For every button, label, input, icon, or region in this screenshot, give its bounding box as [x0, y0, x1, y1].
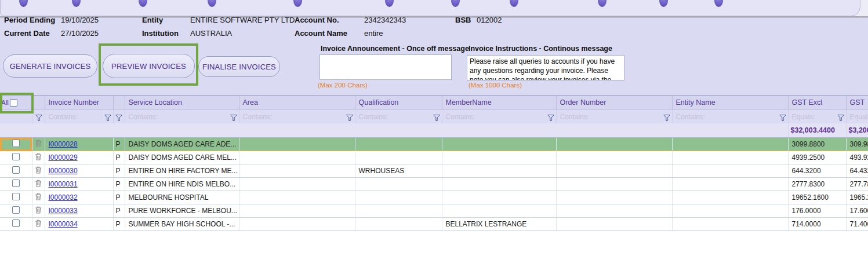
- trash-icon[interactable]: [35, 140, 42, 147]
- invoicing-window: Period Ending 19/10/2025 Current Date 27…: [0, 0, 868, 271]
- trash-icon[interactable]: [35, 166, 42, 174]
- row-select-cell: [0, 191, 32, 204]
- filter-funnel-icon[interactable]: [433, 115, 440, 121]
- row-checkbox[interactable]: [12, 193, 20, 200]
- row-checkbox[interactable]: [12, 219, 20, 227]
- table-row: I0000034 P SUMMER BAY HIGH SCHOOL -... B…: [0, 218, 868, 231]
- column-header-gst-excl[interactable]: GST Excl: [788, 96, 846, 110]
- invoice-number-cell: I0000028: [45, 138, 113, 151]
- institution-value: AUSTRALIA: [190, 29, 232, 38]
- filter-funnel-icon[interactable]: [115, 115, 122, 121]
- trash-icon[interactable]: [35, 206, 42, 214]
- current-date-label: Current Date: [4, 29, 50, 38]
- trash-icon[interactable]: [35, 153, 42, 160]
- column-header-area[interactable]: Area: [239, 96, 355, 110]
- column-header-invoice-number[interactable]: Invoice Number: [45, 96, 113, 110]
- row-checkbox[interactable]: [12, 166, 20, 174]
- column-header-type[interactable]: [113, 96, 125, 110]
- filter-placeholder[interactable]: Contains:: [442, 113, 475, 121]
- order-number-cell: [556, 204, 672, 218]
- totals-gst: $3,200.3440: [846, 123, 868, 138]
- filter-placeholder[interactable]: Contains:: [239, 113, 273, 121]
- totals-gst-excl: $32,003.4400: [788, 123, 846, 138]
- column-header-order-number[interactable]: Order Number: [556, 96, 672, 110]
- invoice-number-link[interactable]: I0000033: [49, 207, 78, 215]
- filter-cell[interactable]: [32, 110, 45, 123]
- filter-cell[interactable]: [113, 110, 125, 123]
- area-cell: [239, 204, 355, 218]
- invoice-number-link[interactable]: I0000032: [49, 193, 78, 202]
- filter-funnel-icon[interactable]: [35, 115, 42, 121]
- filter-cell[interactable]: Contains:: [672, 110, 788, 123]
- filter-cell[interactable]: Equals:: [846, 110, 868, 123]
- select-all-checkbox[interactable]: [10, 99, 17, 107]
- invoice-number-link[interactable]: I0000030: [49, 167, 78, 175]
- filter-placeholder[interactable]: Contains:: [673, 113, 706, 121]
- filter-funnel-icon[interactable]: [230, 115, 237, 121]
- preview-invoices-button[interactable]: PREVIEW INVOICES: [103, 54, 195, 78]
- order-number-cell: [556, 178, 672, 191]
- gst-cell: 1965.2160: [846, 191, 868, 204]
- invoice-number-link[interactable]: I0000028: [49, 140, 78, 148]
- filter-cell[interactable]: Contains:: [556, 110, 672, 123]
- filter-funnel-icon[interactable]: [104, 115, 111, 121]
- filter-placeholder[interactable]: Contains:: [557, 113, 590, 121]
- row-select-cell: [0, 164, 32, 178]
- filter-funnel-icon[interactable]: [837, 115, 844, 121]
- select-all-header: All: [0, 96, 32, 110]
- column-header-member-name[interactable]: MemberName: [442, 96, 556, 110]
- trash-icon[interactable]: [35, 193, 42, 200]
- member-name-cell: [442, 164, 556, 178]
- invoice-number-link[interactable]: I0000031: [49, 180, 78, 188]
- account-no-value: 2342342343: [364, 16, 406, 24]
- service-location-cell: DAISY DOMS AGED CARE ADE...: [125, 138, 239, 151]
- filter-funnel-icon[interactable]: [547, 115, 554, 121]
- gst-cell: 71.4000: [846, 218, 868, 231]
- filter-placeholder[interactable]: Contains:: [355, 113, 388, 121]
- announcement-input[interactable]: [319, 54, 452, 80]
- instructions-textarea[interactable]: Please raise all queries to accounts if …: [467, 55, 624, 80]
- column-header-qualification[interactable]: Qualification: [355, 96, 442, 110]
- filter-funnel-icon[interactable]: [663, 115, 670, 121]
- service-location-cell: PURE WORKFORCE - MELBOU...: [125, 204, 239, 218]
- filter-cell[interactable]: Contains:: [125, 110, 239, 123]
- entity-name-cell: [672, 164, 788, 178]
- account-name-value: entire: [364, 29, 383, 38]
- column-header-gst[interactable]: GST: [846, 96, 868, 110]
- filter-cell[interactable]: Contains:: [239, 110, 355, 123]
- filter-placeholder[interactable]: Equals:: [789, 113, 815, 121]
- instructions-label: Invoice Instructions - Continous message: [468, 45, 612, 53]
- filter-cell[interactable]: Contains:: [442, 110, 556, 123]
- entity-name-cell: [672, 218, 788, 231]
- filter-placeholder[interactable]: Contains:: [125, 113, 158, 121]
- finalise-invoices-button[interactable]: FINALISE INVOICES: [198, 56, 280, 77]
- filter-cell[interactable]: Contains:: [45, 110, 113, 123]
- trash-icon[interactable]: [35, 219, 42, 227]
- column-header-service-location[interactable]: Service Location: [125, 96, 239, 110]
- filter-placeholder[interactable]: Equals:: [847, 113, 868, 121]
- row-checkbox[interactable]: [12, 206, 20, 214]
- filter-funnel-icon[interactable]: [779, 115, 786, 121]
- member-name-cell: [442, 204, 556, 218]
- row-select-cell: [0, 204, 32, 218]
- invoice-type-cell: P: [113, 218, 125, 231]
- row-delete-cell: [32, 138, 45, 151]
- account-no-label: Account No.: [295, 16, 339, 24]
- tab-panel: [0, 0, 860, 16]
- row-checkbox[interactable]: [12, 140, 20, 147]
- generate-invoices-button[interactable]: GENERATE INVOICES: [3, 54, 97, 78]
- row-checkbox[interactable]: [12, 153, 20, 160]
- order-number-cell: [556, 151, 672, 164]
- trash-icon[interactable]: [35, 180, 42, 187]
- filter-cell: [0, 110, 32, 123]
- filter-placeholder[interactable]: Contains:: [45, 113, 78, 121]
- invoice-number-link[interactable]: I0000034: [49, 220, 78, 228]
- account-name-label: Account Name: [295, 29, 347, 38]
- invoice-number-link[interactable]: I0000029: [49, 153, 78, 162]
- row-checkbox[interactable]: [12, 180, 20, 187]
- select-all-label: All: [1, 99, 9, 106]
- filter-cell[interactable]: Equals:: [788, 110, 846, 123]
- filter-funnel-icon[interactable]: [346, 115, 353, 121]
- column-header-entity-name[interactable]: Entity Name: [672, 96, 788, 110]
- filter-cell[interactable]: Contains:: [355, 110, 442, 123]
